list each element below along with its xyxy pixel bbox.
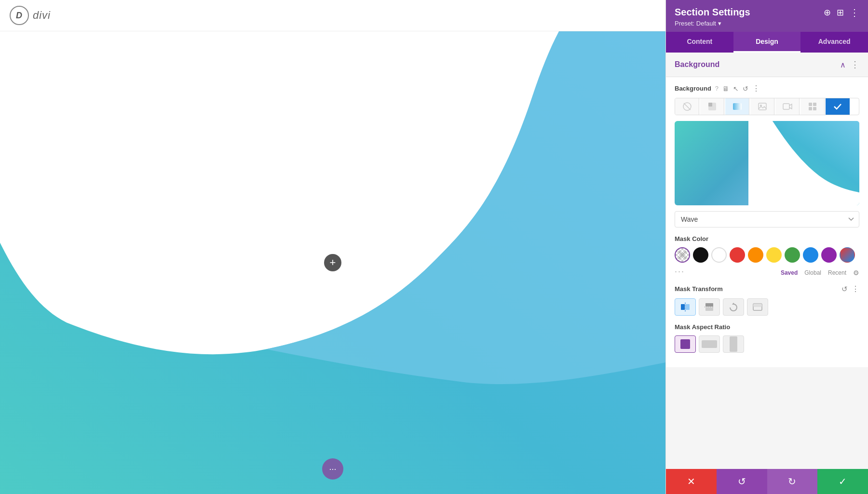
svg-line-1: [684, 103, 691, 110]
mask-transform-label: Mask Transform: [675, 285, 723, 293]
panel-title: Section Settings: [675, 7, 750, 18]
logo-text: divi: [33, 9, 51, 22]
mask-transform-icons-row: [675, 298, 859, 316]
color-swatch-blue[interactable]: [803, 247, 818, 263]
header-icon-layout[interactable]: ⊞: [837, 7, 844, 18]
canvas-area: D divi +: [0, 0, 665, 494]
bg-label-row: Background ? 🖥 ↖ ↺ ⋮: [675, 84, 859, 93]
header-icon-target[interactable]: ⊕: [824, 7, 831, 18]
save-button[interactable]: ✓: [817, 469, 868, 494]
bottom-fab[interactable]: ···: [322, 458, 343, 480]
color-swatch-gradient[interactable]: [840, 247, 855, 263]
aspect-btn-square[interactable]: [675, 335, 696, 353]
bg-more-icon[interactable]: ⋮: [752, 84, 760, 93]
logo-circle: D: [10, 6, 29, 25]
action-bar: ✕ ↺ ↻ ✓: [666, 469, 868, 494]
svg-rect-15: [681, 304, 685, 310]
bg-type-custom[interactable]: [826, 98, 850, 115]
cancel-button[interactable]: ✕: [666, 469, 717, 494]
mask-transform-more-icon[interactable]: ⋮: [852, 284, 859, 294]
color-swatch-red[interactable]: [730, 247, 745, 263]
bg-reset-icon[interactable]: ↺: [743, 85, 748, 93]
mask-transform-label-row: Mask Transform ↺ ⋮: [675, 284, 859, 294]
transform-flip-h[interactable]: [675, 298, 696, 316]
bg-type-color[interactable]: [700, 98, 724, 115]
tab-design[interactable]: Design: [733, 32, 801, 53]
bg-type-none[interactable]: [675, 98, 699, 115]
redo-button[interactable]: ↻: [767, 469, 818, 494]
svg-rect-9: [813, 103, 816, 106]
aspect-btn-landscape[interactable]: [699, 335, 720, 353]
section-preview: + ···: [0, 31, 665, 494]
color-swatch-white[interactable]: [711, 247, 727, 263]
background-section-title: Background: [675, 60, 719, 69]
tab-content[interactable]: Content: [666, 32, 733, 53]
bg-type-image[interactable]: [750, 98, 774, 115]
top-bar: D divi: [0, 0, 665, 31]
svg-rect-3: [708, 103, 712, 107]
tabs-row: Content Design Advanced: [666, 32, 868, 53]
bg-type-icons: [675, 98, 859, 115]
svg-rect-10: [809, 107, 812, 110]
collapse-icon[interactable]: ∧: [840, 60, 846, 69]
color-gear-icon[interactable]: ⚙: [853, 269, 859, 277]
color-swatches: [675, 247, 859, 263]
divi-logo: D divi: [10, 6, 51, 25]
bg-cursor-icon[interactable]: ↖: [733, 85, 739, 93]
color-dots[interactable]: ···: [675, 267, 685, 277]
transform-rotate[interactable]: [723, 298, 744, 316]
bg-type-gradient[interactable]: [725, 98, 749, 115]
transform-flip-v[interactable]: [699, 298, 720, 316]
bg-label: Background: [675, 85, 711, 92]
mask-transform-reset-icon[interactable]: ↺: [841, 285, 848, 294]
section-header-right: ∧ ⋮: [840, 59, 859, 70]
mask-color-label: Mask Color: [675, 235, 859, 242]
panel-header: Section Settings Preset: Default ▾ ⊕ ⊞ ⋮: [666, 0, 868, 32]
settings-panel: Section Settings Preset: Default ▾ ⊕ ⊞ ⋮…: [665, 0, 868, 494]
color-swatch-purple[interactable]: [821, 247, 837, 263]
section-more-icon[interactable]: ⋮: [851, 59, 859, 70]
color-tab-global[interactable]: Global: [804, 269, 821, 276]
color-tab-saved[interactable]: Saved: [781, 269, 798, 276]
color-swatch-black[interactable]: [693, 247, 708, 263]
svg-rect-19: [705, 307, 713, 311]
svg-rect-25: [702, 340, 717, 348]
svg-rect-7: [783, 104, 789, 109]
mask-transform-section: Mask Transform ↺ ⋮: [675, 284, 859, 316]
svg-rect-5: [759, 103, 766, 110]
reset-button[interactable]: ↺: [717, 469, 767, 494]
svg-rect-8: [809, 103, 812, 106]
background-content: Background ? 🖥 ↖ ↺ ⋮: [666, 77, 868, 367]
svg-rect-26: [730, 336, 737, 352]
color-swatch-green[interactable]: [785, 247, 800, 263]
mask-aspect-section: Mask Aspect Ratio: [675, 323, 859, 353]
bg-type-mask[interactable]: [800, 98, 825, 115]
panel-body: Background ∧ ⋮ Background ? 🖥 ↖ ↺ ⋮: [666, 53, 868, 469]
svg-rect-16: [686, 304, 690, 310]
wave-dropdown[interactable]: Wave Circle Triangle Diagonal Arrow Clou…: [675, 211, 859, 227]
bg-help-icon[interactable]: ?: [715, 85, 719, 92]
header-icon-more[interactable]: ⋮: [850, 7, 859, 18]
transform-invert[interactable]: [747, 298, 768, 316]
color-tabs: Saved Global Recent ⚙: [781, 269, 859, 277]
svg-marker-21: [732, 303, 735, 305]
color-swatch-transparent[interactable]: [675, 247, 690, 263]
mask-color-section: Mask Color: [675, 235, 859, 277]
mask-aspect-label: Mask Aspect Ratio: [675, 323, 859, 331]
panel-preset[interactable]: Preset: Default ▾: [675, 20, 750, 27]
add-button[interactable]: +: [324, 254, 341, 271]
color-swatch-yellow[interactable]: [766, 247, 782, 263]
tab-advanced[interactable]: Advanced: [800, 32, 868, 53]
aspect-buttons: [675, 335, 859, 353]
fab-dots: ···: [329, 464, 336, 474]
preview-wave-svg: [748, 121, 859, 205]
svg-rect-4: [733, 103, 742, 110]
color-tab-recent[interactable]: Recent: [828, 269, 846, 276]
gradient-preview: [675, 121, 859, 205]
color-swatch-orange[interactable]: [748, 247, 763, 263]
svg-rect-18: [705, 303, 713, 307]
bg-type-video[interactable]: [775, 98, 800, 115]
aspect-btn-portrait[interactable]: [723, 335, 744, 353]
bg-monitor-icon[interactable]: 🖥: [722, 85, 729, 93]
svg-rect-23: [753, 304, 762, 307]
